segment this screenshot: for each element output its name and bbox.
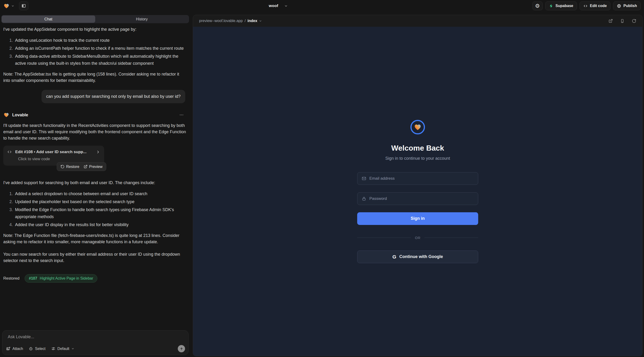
chat-transcript[interactable]: I've updated the AppSidebar component to… <box>0 23 190 328</box>
preview-toolbar-icons <box>608 19 636 23</box>
assistant-message-text: I've added support for searching by both… <box>3 180 187 186</box>
edit-code-button-label: Edit code <box>590 4 607 8</box>
edit-code-button[interactable]: Edit code <box>580 2 610 10</box>
arrow-up-icon <box>180 347 184 351</box>
message-more-options-button[interactable] <box>179 112 184 117</box>
assistant-header: Lovable <box>3 112 186 118</box>
supabase-button-label: Supabase <box>556 4 574 8</box>
mode-selector-label: Default <box>58 347 70 351</box>
assistant-note-text: Note: The Edge Function file (fetch-fire… <box>3 232 187 245</box>
restore-button-label: Restore <box>66 165 79 169</box>
code-icon <box>7 150 12 154</box>
tab-chat-label: Chat <box>44 17 52 21</box>
composer: Attach Select Default <box>2 330 188 355</box>
sidebar-toggle-button[interactable] <box>19 2 28 10</box>
sign-in-button[interactable]: Sign in <box>357 212 478 225</box>
topbar: woof ⚙ Supabase Edit code <box>0 0 644 12</box>
divider-line <box>424 238 478 238</box>
google-button-label: Continue with Google <box>400 254 443 259</box>
preview-panel: preview--woof.lovable.app / index <box>193 15 642 356</box>
password-field[interactable] <box>357 192 478 205</box>
publish-button-label: Publish <box>623 4 637 8</box>
attach-button[interactable]: Attach <box>6 346 23 351</box>
preview-button[interactable]: Preview <box>84 165 102 169</box>
tab-chat[interactable]: Chat <box>2 16 95 23</box>
or-divider-label: OR <box>415 236 420 240</box>
changes-list: Added a select dropdown to choose betwee… <box>3 190 184 228</box>
assistant-message-text: I've updated the AppSidebar component to… <box>3 26 187 32</box>
restore-button[interactable]: Restore <box>60 165 79 169</box>
globe-icon <box>617 4 621 8</box>
version-badge[interactable]: #107 Highlight Active Page in Sidebar <box>24 274 97 283</box>
composer-controls: Attach Select Default <box>6 345 185 352</box>
heart-icon <box>414 124 422 131</box>
topbar-left <box>3 0 28 12</box>
restored-row: Restored #107 Highlight Active Page in S… <box>3 274 186 283</box>
sliders-icon <box>51 346 56 351</box>
edit-card-actions: Restore Preview <box>57 162 106 171</box>
attach-button-label: Attach <box>12 347 23 351</box>
publish-button[interactable]: Publish <box>613 2 641 10</box>
preview-page-selector[interactable]: index <box>248 19 262 23</box>
list-item: Modified the Edge Function to handle bot… <box>14 206 184 220</box>
version-badge-id: #107 <box>29 276 37 280</box>
chevron-right-icon <box>96 150 100 154</box>
lovable-heart-icon[interactable] <box>3 3 10 9</box>
lovable-app: woof ⚙ Supabase Edit code <box>0 0 644 357</box>
user-message-row: can you add support for searching not on… <box>3 90 185 103</box>
edit-card-subtitle: Click to view code <box>18 157 100 162</box>
select-button[interactable]: Select <box>28 346 45 351</box>
list-item: Adding an isCurrentPath helper function … <box>14 45 184 52</box>
list-item: Added the user ID display in the results… <box>14 221 184 228</box>
user-message-bubble: can you add support for searching not on… <box>42 90 185 103</box>
edit-card-header: Edit #108 • Add user ID search supp... <box>7 150 100 154</box>
email-field[interactable] <box>357 172 478 185</box>
edit-card-title: Edit #108 • Add user ID search supp... <box>15 150 93 154</box>
login-subtitle: Sign in to continue to your account <box>385 156 450 161</box>
sidebar-panel-icon <box>21 4 26 8</box>
code-icon <box>583 4 588 8</box>
send-button[interactable] <box>178 345 185 352</box>
target-icon <box>28 346 33 351</box>
or-divider: OR <box>357 236 478 240</box>
project-menu-chevron-icon <box>284 4 288 8</box>
divider-line <box>357 238 411 238</box>
login-logo-ring <box>410 120 425 134</box>
lovable-avatar-heart-icon <box>3 112 10 118</box>
preview-toolbar: preview--woof.lovable.app / index <box>193 15 642 27</box>
topbar-actions: ⚙ Supabase Edit code Publish <box>532 2 641 10</box>
password-input[interactable] <box>369 196 474 201</box>
tab-history-label: History <box>136 17 148 21</box>
tab-history[interactable]: History <box>95 16 189 23</box>
attach-image-icon <box>6 346 10 351</box>
chat-panel: Chat History I've updated the AppSidebar… <box>0 12 190 357</box>
lock-icon <box>362 196 366 201</box>
list-item: Adding useLocation hook to track the cur… <box>14 37 184 44</box>
chevron-down-icon <box>71 347 74 350</box>
mail-icon <box>362 176 366 181</box>
list-item: Adding data-active attribute to SidebarM… <box>14 53 184 67</box>
workspace-menu-chevron-icon[interactable] <box>11 4 14 8</box>
open-in-new-tab-button[interactable] <box>608 19 613 23</box>
gear-icon: ⚙ <box>535 3 540 9</box>
login-card: Welcome Back Sign in to continue to your… <box>357 120 478 263</box>
chat-input[interactable] <box>2 330 188 343</box>
select-button-label: Select <box>35 347 45 351</box>
assistant-name: Lovable <box>12 112 28 118</box>
list-item: Added a select dropdown to choose betwee… <box>14 190 184 197</box>
mode-selector-button[interactable]: Default <box>51 346 74 351</box>
preview-button-label: Preview <box>89 165 102 169</box>
google-sign-in-button[interactable]: G Continue with Google <box>357 250 478 263</box>
settings-button[interactable]: ⚙ <box>532 2 543 10</box>
preview-url-separator: / <box>244 19 246 23</box>
project-name: woof <box>269 4 278 8</box>
refresh-button[interactable] <box>632 19 636 23</box>
restored-label: Restored <box>3 276 20 281</box>
supabase-button[interactable]: Supabase <box>545 2 577 10</box>
project-switcher[interactable]: woof <box>269 0 288 12</box>
chat-history-tabs: Chat History <box>1 15 189 23</box>
email-input[interactable] <box>369 176 474 181</box>
mobile-view-button[interactable] <box>620 19 624 23</box>
app-preview-frame: Welcome Back Sign in to continue to your… <box>193 27 642 356</box>
assistant-note-text: Note: The AppSidebar.tsx file is getting… <box>3 71 187 84</box>
